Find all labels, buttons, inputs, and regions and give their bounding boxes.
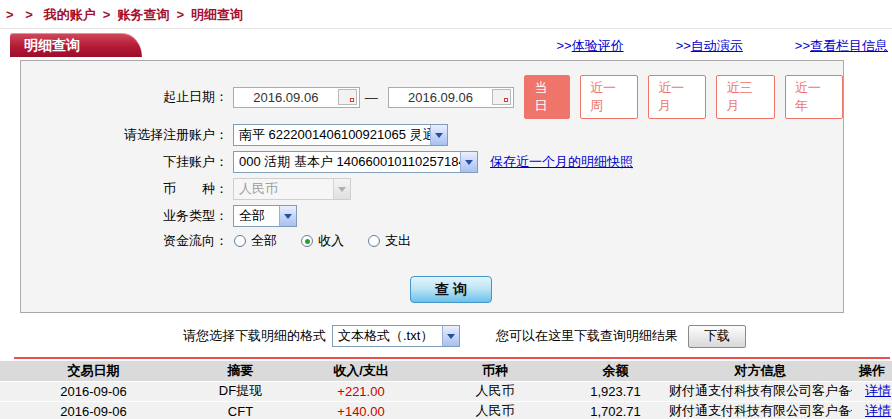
breadcrumb: > >我的账户>账务查询>明细查询	[0, 0, 892, 29]
cell-currency: 人民币	[428, 401, 562, 419]
cell-counterparty: 财付通支付科技有限公司客户备付金	[669, 381, 852, 401]
chevron-down-icon[interactable]	[430, 125, 447, 145]
header-amount: 收入/支出	[294, 361, 428, 381]
chevron-down-icon[interactable]	[442, 326, 459, 346]
date-separator: —	[360, 90, 383, 105]
header-summary: 摘要	[187, 361, 294, 381]
currency-row: 币 种： 人民币	[21, 178, 843, 200]
tab-label: 明细查询	[24, 37, 80, 53]
transactions-table: 交易日期 摘要 收入/支出 币种 余额 对方信息 操作 2016-09-06 D…	[0, 361, 892, 419]
radio-icon[interactable]	[301, 235, 313, 247]
sub-account-label: 下挂账户：	[21, 153, 228, 171]
chevron-down-icon[interactable]	[279, 206, 296, 226]
cell-date: 2016-09-06	[0, 401, 187, 419]
registered-account-label: 请选择注册账户：	[21, 126, 228, 144]
header-counterparty: 对方信息	[669, 361, 852, 381]
save-snapshot-link[interactable]: 保存近一个月的明细快照	[490, 153, 633, 171]
end-date-value: 2016.09.06	[389, 90, 493, 105]
registered-account-select[interactable]: 南平 6222001406100921065 灵通卡	[233, 124, 448, 146]
quick-range-week-button[interactable]: 近一周	[580, 75, 638, 119]
quick-range-month-button[interactable]: 近一月	[648, 75, 706, 119]
calendar-icon[interactable]	[492, 89, 511, 105]
query-button[interactable]: 查 询	[410, 276, 492, 303]
cell-amount: +221.00	[294, 381, 428, 401]
cell-counterparty: 财付通支付科技有限公司客户备付金	[669, 401, 852, 419]
header-date: 交易日期	[0, 361, 187, 381]
business-type-select[interactable]: 全部	[233, 205, 297, 227]
fund-flow-label: 资金流向：	[21, 232, 228, 250]
date-range-label: 起止日期：	[21, 88, 228, 106]
tab-bar: 明细查询 >>体验评价 >>自动演示 >>查看栏目信息	[0, 29, 892, 57]
cell-amount: +140.00	[294, 401, 428, 419]
chevron-down-icon[interactable]	[460, 152, 477, 172]
sub-account-select[interactable]: 000 活期 基本户 1406600101102571848	[233, 151, 478, 173]
currency-label: 币 种：	[21, 180, 228, 198]
top-links: >>体验评价 >>自动演示 >>查看栏目信息	[556, 37, 888, 55]
detail-link[interactable]: 详情	[865, 403, 891, 418]
table-row: 2016-09-06 DF提现 +221.00 人民币 1,923.71 财付通…	[0, 381, 892, 401]
quick-range-today-button[interactable]: 当日	[524, 75, 570, 119]
business-type-row: 业务类型： 全部	[21, 205, 843, 227]
fund-flow-row: 资金流向： 全部 收入 支出	[21, 232, 843, 250]
fund-flow-all-option[interactable]: 全部	[234, 232, 277, 250]
link-experience-review[interactable]: >>体验评价	[556, 37, 623, 55]
breadcrumb-prefix: > >	[6, 7, 44, 22]
header-currency: 币种	[428, 361, 562, 381]
chevron-down-icon	[333, 179, 350, 199]
cell-balance: 1,923.71	[562, 381, 669, 401]
breadcrumb-detail-query[interactable]: 明细查询	[191, 7, 243, 22]
start-date-input[interactable]: 2016.09.06	[233, 87, 360, 108]
header-balance: 余额	[562, 361, 669, 381]
download-format-select[interactable]: 文本格式（.txt）	[332, 325, 460, 347]
radio-icon[interactable]	[368, 235, 380, 247]
start-date-value: 2016.09.06	[234, 90, 338, 105]
cell-summary: DF提现	[187, 381, 294, 401]
download-row: 请您选择下载明细的格式 文本格式（.txt） 您可以在这里下载查询明细结果 下载	[183, 324, 892, 348]
detail-link[interactable]: 详情	[865, 383, 891, 398]
quick-range-buttons: 当日 近一周 近一月 近三月 近一年	[524, 75, 843, 119]
end-date-input[interactable]: 2016.09.06	[388, 87, 515, 108]
table-top-rule	[14, 357, 890, 359]
fund-flow-expense-option[interactable]: 支出	[368, 232, 411, 250]
radio-icon[interactable]	[234, 235, 246, 247]
fund-flow-income-option[interactable]: 收入	[301, 232, 344, 250]
download-button[interactable]: 下载	[688, 325, 746, 348]
tab-detail-query[interactable]: 明细查询	[10, 33, 142, 57]
quick-range-quarter-button[interactable]: 近三月	[716, 75, 774, 119]
breadcrumb-separator: >	[169, 7, 191, 22]
registered-account-row: 请选择注册账户： 南平 6222001406100921065 灵通卡	[21, 124, 843, 146]
sub-account-row: 下挂账户： 000 活期 基本户 1406600101102571848 保存近…	[21, 151, 843, 173]
cell-date: 2016-09-06	[0, 381, 187, 401]
cell-currency: 人民币	[428, 381, 562, 401]
fund-flow-options: 全部 收入 支出	[234, 232, 435, 250]
download-format-label: 请您选择下载明细的格式	[183, 327, 326, 345]
cell-balance: 1,702.71	[562, 401, 669, 419]
calendar-icon[interactable]	[338, 89, 357, 105]
currency-select: 人民币	[233, 178, 351, 200]
link-auto-demo[interactable]: >>自动演示	[676, 37, 743, 55]
query-form-panel: 起止日期： 2016.09.06 — 2016.09.06 当日 近一周 近一月…	[20, 60, 844, 313]
quick-range-year-button[interactable]: 近一年	[785, 75, 843, 119]
table-row: 2016-09-06 CFT +140.00 人民币 1,702.71 财付通支…	[0, 401, 892, 419]
breadcrumb-separator: >	[96, 7, 118, 22]
download-result-label: 您可以在这里下载查询明细结果	[496, 327, 678, 345]
business-type-label: 业务类型：	[21, 207, 228, 225]
header-action: 操作	[852, 361, 892, 381]
cell-summary: CFT	[187, 401, 294, 419]
link-column-info[interactable]: >>查看栏目信息	[795, 37, 888, 55]
date-range-row: 起止日期： 2016.09.06 — 2016.09.06 当日 近一周 近一月…	[21, 75, 843, 119]
breadcrumb-my-account[interactable]: 我的账户	[44, 7, 96, 22]
table-header-row: 交易日期 摘要 收入/支出 币种 余额 对方信息 操作	[0, 361, 892, 381]
breadcrumb-account-query[interactable]: 账务查询	[117, 7, 169, 22]
